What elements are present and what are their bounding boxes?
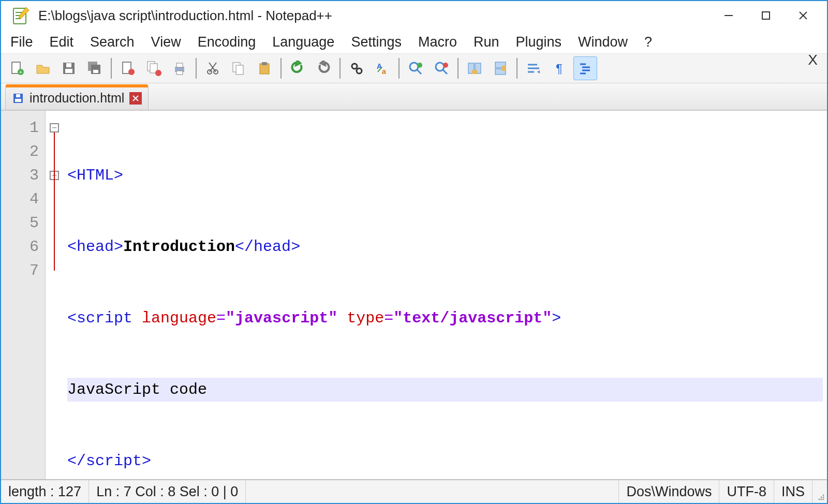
zoom-out-icon[interactable] xyxy=(430,56,453,80)
show-all-icon[interactable]: ¶ xyxy=(548,56,571,80)
zoom-in-icon[interactable] xyxy=(404,56,427,80)
svg-text:a: a xyxy=(382,67,386,76)
svg-point-18 xyxy=(128,69,135,75)
line-number: 2 xyxy=(1,140,45,164)
menu-encoding[interactable]: Encoding xyxy=(196,32,265,52)
redo-icon[interactable] xyxy=(312,56,335,80)
tab-label: introduction.html xyxy=(29,91,124,106)
menu-macro[interactable]: Macro xyxy=(416,32,466,52)
close-all-icon[interactable] xyxy=(142,56,166,80)
status-insert-mode[interactable]: INS xyxy=(774,480,812,503)
status-length: length : 127 xyxy=(1,480,89,503)
resize-grip-icon[interactable] xyxy=(812,480,827,503)
tab-close-button[interactable] xyxy=(129,92,142,105)
status-spacer xyxy=(246,480,619,503)
toolbar-separator xyxy=(398,58,400,79)
editor[interactable]: 1 2 3 4 5 6 7 − − <HTML> <head>Introduct… xyxy=(1,110,827,479)
copy-icon[interactable] xyxy=(227,56,250,80)
svg-point-67 xyxy=(823,499,824,500)
svg-point-39 xyxy=(417,63,422,68)
print-icon[interactable] xyxy=(168,56,191,80)
svg-point-40 xyxy=(436,63,444,71)
window-title: E:\blogs\java script\introduction.html -… xyxy=(38,8,710,24)
svg-point-64 xyxy=(823,497,824,498)
sync-h-icon[interactable] xyxy=(489,56,512,80)
line-number: 6 xyxy=(1,235,45,259)
toolbar-separator xyxy=(457,58,459,79)
line-number: 4 xyxy=(1,187,45,211)
svg-line-41 xyxy=(443,70,447,74)
fold-gutter: − − xyxy=(46,111,63,479)
svg-point-65 xyxy=(819,499,820,500)
toolbar-separator xyxy=(111,58,112,79)
svg-point-63 xyxy=(821,497,822,498)
svg-point-34 xyxy=(357,68,362,73)
svg-rect-24 xyxy=(176,71,183,75)
code-area[interactable]: <HTML> <head>Introduction</head> <script… xyxy=(63,111,827,479)
save-icon[interactable] xyxy=(57,56,81,80)
menu-help[interactable]: ? xyxy=(642,32,661,52)
window-controls xyxy=(710,4,822,27)
sync-v-icon[interactable] xyxy=(463,56,486,80)
undo-icon[interactable] xyxy=(286,56,309,80)
menu-settings[interactable]: Settings xyxy=(349,32,411,52)
close-document-button[interactable]: X xyxy=(808,52,818,68)
menu-file[interactable]: File xyxy=(8,32,42,52)
svg-rect-32 xyxy=(262,62,267,65)
doc-map-icon[interactable] xyxy=(573,56,597,80)
svg-point-66 xyxy=(821,499,822,500)
minimize-button[interactable] xyxy=(710,4,747,27)
status-eol: Dos\Windows xyxy=(619,480,719,503)
line-number: 7 xyxy=(1,259,45,283)
svg-rect-12 xyxy=(65,69,72,73)
svg-point-42 xyxy=(443,63,448,68)
save-icon xyxy=(12,92,24,105)
tab-introduction[interactable]: introduction.html xyxy=(5,86,149,110)
find-icon[interactable] xyxy=(345,56,368,80)
svg-point-21 xyxy=(155,70,161,76)
line-number: 3 xyxy=(1,164,45,187)
wrap-icon[interactable] xyxy=(522,56,545,80)
menu-plugins[interactable]: Plugins xyxy=(514,32,571,52)
paste-icon[interactable] xyxy=(253,56,276,80)
svg-rect-59 xyxy=(16,94,20,97)
new-file-icon[interactable]: + xyxy=(5,56,29,80)
app-icon xyxy=(10,5,31,26)
status-encoding: UTF-8 xyxy=(719,480,774,503)
menu-language[interactable]: Language xyxy=(270,32,344,52)
toolbar-separator xyxy=(516,58,518,79)
close-button[interactable] xyxy=(785,4,822,27)
status-position: Ln : 7 Col : 8 Sel : 0 | 0 xyxy=(89,480,246,503)
titlebar: E:\blogs\java script\introduction.html -… xyxy=(1,1,827,30)
cut-icon[interactable] xyxy=(201,56,225,80)
svg-rect-23 xyxy=(176,63,183,67)
fold-toggle-icon[interactable]: − xyxy=(50,123,59,132)
toolbar-separator xyxy=(339,58,341,79)
svg-rect-16 xyxy=(93,70,98,73)
svg-point-37 xyxy=(410,63,418,71)
menu-search[interactable]: Search xyxy=(88,32,144,52)
svg-line-38 xyxy=(417,70,421,74)
menu-view[interactable]: View xyxy=(149,32,190,52)
svg-point-62 xyxy=(823,495,824,496)
menu-window[interactable]: Window xyxy=(576,32,637,52)
svg-rect-30 xyxy=(236,65,243,75)
svg-rect-45 xyxy=(472,70,477,74)
svg-rect-48 xyxy=(502,66,506,71)
line-number-gutter: 1 2 3 4 5 6 7 xyxy=(1,111,46,479)
replace-icon[interactable]: Aa xyxy=(371,56,394,80)
open-file-icon[interactable] xyxy=(31,56,55,80)
save-all-icon[interactable] xyxy=(83,56,107,80)
close-file-icon[interactable] xyxy=(116,56,140,80)
svg-point-33 xyxy=(352,64,357,69)
toolbar: + Aa ¶ xyxy=(1,53,827,83)
menubar: File Edit Search View Encoding Language … xyxy=(1,30,827,53)
tabbar: introduction.html xyxy=(1,83,827,110)
svg-text:¶: ¶ xyxy=(556,62,563,76)
svg-rect-5 xyxy=(762,12,770,19)
svg-rect-58 xyxy=(15,99,21,102)
svg-rect-13 xyxy=(66,63,71,67)
menu-edit[interactable]: Edit xyxy=(48,32,83,52)
menu-run[interactable]: Run xyxy=(471,32,509,52)
maximize-button[interactable] xyxy=(747,4,785,27)
